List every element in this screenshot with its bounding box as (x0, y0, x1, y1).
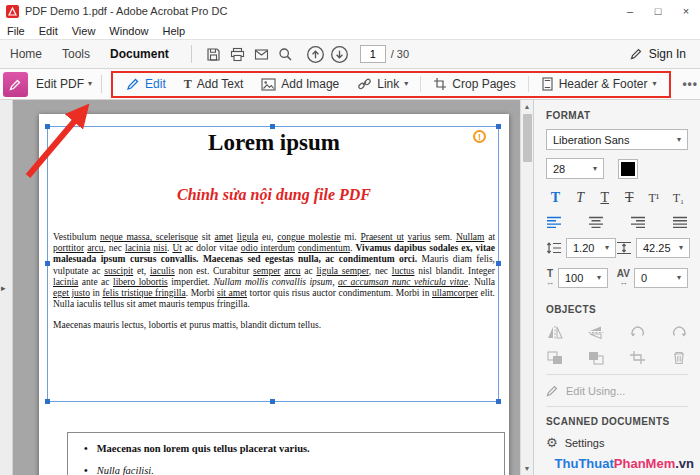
previous-page-button[interactable] (304, 42, 328, 66)
objects-row-2 (546, 350, 688, 365)
arrange-back-button[interactable] (587, 350, 605, 365)
page-number-input[interactable] (360, 45, 386, 63)
add-image-label: Add Image (281, 77, 339, 91)
watermark: ThuThuatPhanMem.vn (555, 456, 694, 471)
chevron-down-icon[interactable]: ▾ (88, 80, 92, 88)
link-icon (357, 77, 372, 91)
edit-button[interactable]: Edit (118, 75, 174, 93)
header-footer-label: Header & Footer (559, 77, 648, 91)
pdf-page[interactable]: Lorem ipsum Chỉnh sửa nội dung file PDF … (39, 114, 509, 475)
scrollbar-thumb[interactable] (523, 114, 532, 162)
acrobat-icon (6, 5, 19, 18)
pencil-icon (546, 384, 559, 397)
next-page-button[interactable] (328, 42, 352, 66)
list-item: • Maecenas non lorem quis tellus placera… (84, 443, 488, 454)
selection-handle[interactable] (45, 261, 50, 266)
objects-section-title: OBJECTS (546, 304, 688, 315)
settings-button[interactable]: ⚙ Settings (546, 436, 688, 449)
bold-button[interactable]: T (546, 190, 565, 206)
warning-info-icon[interactable]: ! (473, 130, 486, 143)
menu-file[interactable]: File (7, 25, 25, 37)
group-separator (420, 76, 421, 92)
align-right-button[interactable] (630, 216, 646, 228)
align-left-button[interactable] (546, 216, 562, 228)
maximize-button[interactable]: □ (644, 0, 672, 22)
flip-vertical-button[interactable] (587, 325, 605, 340)
tab-tools[interactable]: Tools (62, 47, 90, 61)
format-panel: FORMAT Liberation Sans ▾ 28 ▾ T T T T T¹… (533, 100, 700, 475)
menu-window[interactable]: Window (109, 25, 148, 37)
selection-handle[interactable] (496, 261, 501, 266)
bullet-list-box[interactable]: • Maecenas non lorem quis tellus placera… (67, 432, 505, 475)
alignment-row (546, 216, 688, 228)
pane-toggle-icon[interactable]: ▸ (1, 283, 6, 293)
menu-edit[interactable]: Edit (39, 25, 58, 37)
selection-handle[interactable] (270, 124, 275, 129)
edit-pdf-tool-chip[interactable] (3, 72, 28, 97)
link-button[interactable]: Link ▾ (349, 75, 416, 93)
sign-in-button[interactable]: Sign In (629, 47, 690, 61)
horizontal-scale-select[interactable]: 100 ▾ (558, 268, 608, 288)
crop-pages-button[interactable]: Crop Pages (425, 75, 523, 93)
superscript-button[interactable]: T¹ (644, 191, 663, 206)
edit-button-label: Edit (145, 77, 166, 91)
bullet-icon: • (84, 443, 88, 454)
edit-pencil-icon (126, 77, 140, 91)
edit-using-button[interactable]: Edit Using... (546, 384, 688, 397)
bullet-text: Nulla facilisi. (97, 465, 154, 475)
kerning-select[interactable]: 0 ▾ (634, 268, 688, 288)
horizontal-scale-icon: T ↔ (546, 269, 554, 287)
tab-document[interactable]: Document (110, 47, 169, 61)
rotate-cw-button[interactable] (670, 325, 688, 340)
watermark-part-3: .vn (675, 456, 694, 471)
toolbar-separator (101, 75, 102, 93)
sign-in-label: Sign In (649, 47, 686, 61)
close-button[interactable]: × (672, 0, 700, 22)
selection-handle[interactable] (496, 399, 501, 404)
minimize-button[interactable]: – (616, 0, 644, 22)
strikethrough-button[interactable]: T (620, 190, 639, 206)
scroll-down-icon[interactable]: ▼ (521, 462, 534, 475)
save-button[interactable] (202, 42, 226, 66)
flip-horizontal-button[interactable] (546, 325, 564, 340)
underline-button[interactable]: T (595, 190, 614, 206)
selection-handle[interactable] (496, 124, 501, 129)
menu-help[interactable]: Help (162, 25, 185, 37)
gear-icon: ⚙ (546, 436, 558, 449)
add-image-button[interactable]: Add Image (253, 75, 347, 93)
document-canvas: Lorem ipsum Chỉnh sửa nội dung file PDF … (13, 100, 520, 475)
edit-pdf-label[interactable]: Edit PDF (36, 77, 84, 91)
line-spacing-select[interactable]: 1.20 ▾ (566, 238, 616, 258)
rotate-ccw-button[interactable] (629, 325, 647, 340)
crop-object-button[interactable] (629, 350, 647, 365)
subscript-button[interactable]: T₁ (669, 191, 688, 206)
vertical-scrollbar[interactable]: ▲ ▼ (520, 100, 533, 475)
font-color-swatch[interactable] (618, 159, 638, 179)
text-selection-box[interactable]: ! (47, 126, 499, 402)
more-tools-button[interactable]: ••• (682, 77, 698, 91)
add-text-button[interactable]: T Add Text (176, 75, 252, 94)
email-button[interactable] (250, 42, 274, 66)
menu-view[interactable]: View (72, 25, 96, 37)
list-item: • Nulla facilisi. (84, 465, 488, 475)
italic-button[interactable]: T (571, 190, 590, 206)
panel-divider (546, 374, 688, 375)
tab-home[interactable]: Home (10, 47, 42, 61)
align-center-button[interactable] (588, 216, 604, 228)
selection-handle[interactable] (270, 399, 275, 404)
delete-object-button[interactable] (670, 350, 688, 365)
print-button[interactable] (226, 42, 250, 66)
scroll-up-icon[interactable]: ▲ (521, 100, 534, 113)
search-button[interactable] (274, 42, 298, 66)
header-footer-button[interactable]: Header & Footer ▾ (533, 75, 665, 93)
font-family-select[interactable]: Liberation Sans ▾ (546, 129, 688, 150)
horizontal-scale-value: 100 (565, 272, 583, 284)
selection-handle[interactable] (45, 399, 50, 404)
align-justify-button[interactable] (672, 216, 688, 228)
paragraph-spacing-select[interactable]: 42.25 ▾ (636, 238, 690, 258)
size-color-row: 28 ▾ (546, 158, 688, 179)
font-size-select[interactable]: 28 ▾ (546, 158, 604, 179)
kerning-icon: AV ↔ (617, 269, 630, 287)
arrange-front-button[interactable] (546, 350, 564, 365)
selection-handle[interactable] (45, 124, 50, 129)
